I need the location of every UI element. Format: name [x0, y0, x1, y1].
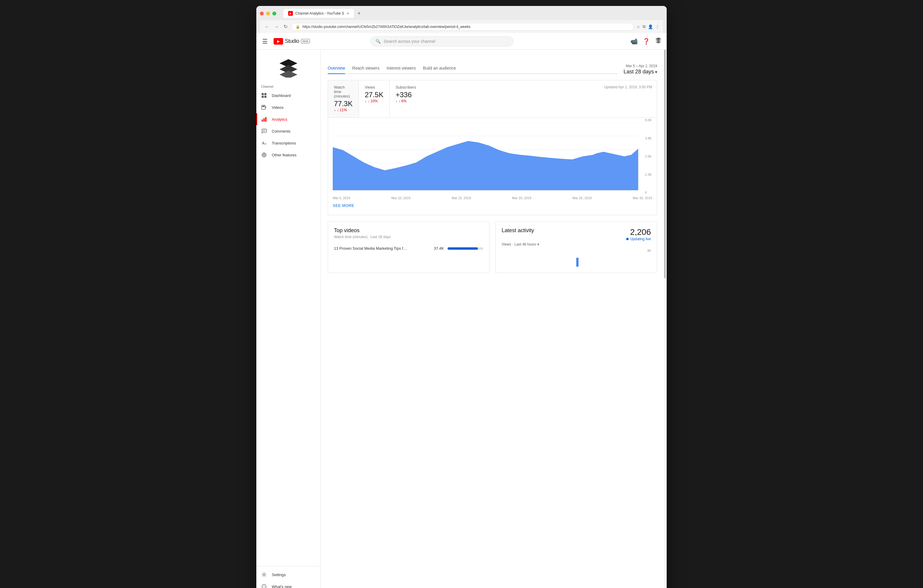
top-videos-subtitle: Watch time (minutes) · Last 28 days	[334, 235, 483, 239]
x-axis-labels: Mar 5, 2019 Mar 10, 2019 Mar 15, 2019 Ma…	[328, 195, 657, 200]
youtube-logo: ▶	[274, 38, 283, 44]
scrollbar-thumb[interactable]	[664, 50, 665, 278]
sidebar-item-settings[interactable]: Settings	[256, 569, 320, 581]
x-label-4: Mar 20, 2019	[512, 196, 531, 200]
sidebar-bottom: Settings What's new	[256, 563, 320, 588]
sidebar-item-whats-new[interactable]: What's new	[256, 581, 320, 588]
chart-svg	[333, 123, 652, 190]
subscribers-change: ↓ ↓ 6%	[396, 99, 416, 103]
address-bar[interactable]: 🔒 https://studio.youtube.com/channel/UCf…	[291, 23, 634, 31]
analytics-label: Analytics	[272, 117, 287, 122]
svg-rect-36	[576, 258, 579, 267]
stats-section: Watch time (minutes) 77.3K ↓ ↓ 11% Views…	[328, 80, 657, 215]
sidebar-item-other-features[interactable]: Other features	[256, 149, 320, 161]
sidebar-item-dashboard[interactable]: Dashboard	[256, 89, 320, 101]
updating-live: Updating live	[626, 237, 651, 241]
layers-button[interactable]	[655, 37, 662, 46]
channel-avatar-area	[256, 50, 320, 82]
channel-logo	[278, 57, 299, 77]
bottom-cards: Top videos Watch time (minutes) · Last 2…	[328, 221, 657, 273]
x-label-5: Mar 25, 2019	[572, 196, 592, 200]
back-button[interactable]: ←	[263, 23, 271, 31]
search-placeholder: Search across your channel	[384, 39, 435, 44]
y-label-5k: 5.0K	[645, 118, 657, 122]
menu-icon[interactable]: ⋮	[655, 25, 660, 29]
sidebar-item-transcriptions[interactable]: Aₓ Transcriptions	[256, 137, 320, 149]
sidebar-item-comments[interactable]: Comments	[256, 125, 320, 137]
create-video-button[interactable]: 📹	[631, 38, 638, 45]
activity-y-label: 90	[647, 249, 651, 252]
top-videos-card: Top videos Watch time (minutes) · Last 2…	[328, 221, 489, 273]
views-label: Views	[502, 242, 511, 246]
see-more-button[interactable]: SEE MORE	[333, 200, 355, 211]
channel-section-label: Channel	[256, 82, 320, 89]
date-selector[interactable]: Mar 5 – Apr 1, 2019 Last 28 days ▾	[624, 63, 657, 75]
search-bar[interactable]: 🔍 Search across your channel	[371, 36, 513, 46]
stats-header: Watch time (minutes) 77.3K ↓ ↓ 11% Views…	[328, 80, 657, 118]
toolbar-actions: ☆ ⧉ 👤 ⋮	[636, 24, 660, 29]
video-bar	[448, 247, 478, 250]
stat-tab-watchtime[interactable]: Watch time (minutes) 77.3K ↓ ↓ 11%	[328, 80, 359, 117]
latest-activity-card: Latest activity 2,206 Updating live View…	[495, 221, 657, 273]
help-button[interactable]: ❓	[642, 38, 650, 45]
minimize-button[interactable]	[266, 11, 270, 15]
browser-toolbar: ← → ↻ 🔒 https://studio.youtube.com/chann…	[260, 20, 663, 33]
video-bar-container	[448, 247, 483, 250]
svg-marker-2	[279, 71, 297, 77]
top-videos-title: Top videos	[334, 227, 483, 234]
settings-icon	[261, 572, 267, 578]
beta-badge: beta	[301, 39, 310, 43]
x-label-6: Mar 30, 2019	[633, 196, 652, 200]
date-range-small: Mar 5 – Apr 1, 2019	[626, 64, 657, 68]
settings-label: Settings	[272, 573, 286, 577]
tab-build-audience[interactable]: Build an audience	[423, 63, 456, 74]
stat-tab-views[interactable]: Views 27.5K ↓ ↓ 10%	[359, 80, 390, 117]
hamburger-menu[interactable]: ☰	[261, 36, 269, 46]
videos-icon	[261, 104, 267, 110]
analytics-tabs: Overview Reach viewers Interest viewers …	[328, 63, 618, 74]
new-tab-button[interactable]: +	[355, 9, 363, 18]
tab-reach-viewers[interactable]: Reach viewers	[352, 63, 379, 74]
tab-overview[interactable]: Overview	[328, 63, 345, 74]
lock-icon: 🔒	[296, 25, 300, 29]
scrollbar-track[interactable]	[664, 50, 667, 588]
svg-rect-12	[265, 117, 266, 122]
stat-tab-subscribers[interactable]: Subscribers +336 ↓ ↓ 6%	[389, 80, 422, 117]
tab-interest-viewers[interactable]: Interest viewers	[387, 63, 416, 74]
refresh-button[interactable]: ↻	[282, 23, 289, 31]
comments-label: Comments	[272, 129, 291, 133]
extensions-icon[interactable]: ⧉	[642, 24, 645, 29]
tab-favicon	[288, 11, 293, 16]
svg-rect-6	[264, 96, 266, 98]
bookmark-icon[interactable]: ☆	[636, 25, 640, 29]
user-icon[interactable]: 👤	[648, 25, 653, 29]
tab-close-btn[interactable]: ✕	[347, 11, 349, 15]
close-button[interactable]	[260, 11, 264, 15]
dashboard-icon	[261, 92, 267, 99]
live-dot	[626, 238, 629, 240]
watchtime-label: Watch time (minutes)	[334, 85, 353, 99]
period-label: Last 48 hours	[514, 242, 536, 246]
active-tab[interactable]: Channel Analytics - YouTube S ✕	[283, 9, 354, 18]
maximize-button[interactable]	[273, 11, 276, 15]
whats-new-label: What's new	[272, 585, 292, 588]
sidebar-item-videos[interactable]: Videos	[256, 101, 320, 113]
hamburger-icon: ☰	[262, 38, 268, 44]
svg-rect-11	[263, 118, 264, 122]
activity-views-count: 2,206	[626, 227, 651, 237]
browser-titlebar: Channel Analytics - YouTube S ✕ + ← → ↻ …	[256, 6, 667, 33]
forward-button[interactable]: →	[273, 23, 280, 31]
comments-icon	[261, 128, 267, 134]
updating-live-label: Updating live	[631, 237, 651, 241]
views-period-dropdown[interactable]: Views · Last 48 hours ▾	[502, 242, 651, 246]
table-row: 13 Proven Social Media Marketing Tips f.…	[334, 244, 483, 253]
svg-point-22	[263, 574, 265, 575]
tab-bar: Channel Analytics - YouTube S ✕ +	[283, 9, 363, 18]
tab-title: Channel Analytics - YouTube S	[295, 11, 344, 15]
sidebar-item-analytics[interactable]: Analytics	[256, 113, 320, 125]
svg-rect-5	[262, 96, 264, 98]
analytics-icon	[261, 116, 267, 122]
y-label-0: 0	[645, 191, 657, 194]
whats-new-icon	[261, 583, 267, 588]
videos-label: Videos	[272, 105, 284, 110]
